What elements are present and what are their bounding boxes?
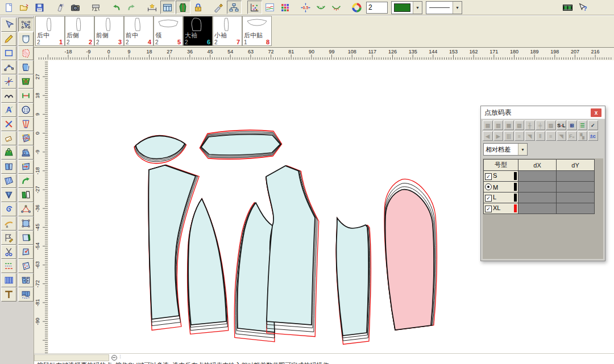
color-wheel-button[interactable] xyxy=(350,1,364,14)
auto-grade-button[interactable]: ±c xyxy=(588,131,598,141)
curve-grading-button[interactable] xyxy=(263,1,277,14)
intersect-point-tool-button[interactable] xyxy=(1,74,16,89)
apply-check-button[interactable]: ✓ xyxy=(588,120,598,130)
new-file-button[interactable] xyxy=(2,1,16,14)
plotter-output-button[interactable] xyxy=(89,1,103,14)
piece-mode-button[interactable] xyxy=(176,1,190,14)
big-sleeve-piece[interactable] xyxy=(384,179,437,330)
dart-tool-button[interactable] xyxy=(1,145,16,160)
frill-tool-button[interactable] xyxy=(18,287,34,302)
stitch-lines-tool-button[interactable] xyxy=(1,259,16,273)
close-icon[interactable]: x xyxy=(591,108,601,117)
grade-colors-button[interactable] xyxy=(278,1,293,14)
pin-frame-tool-button[interactable] xyxy=(18,202,34,216)
checkbox-checked-icon[interactable]: ✓ xyxy=(485,206,492,212)
dx-cell[interactable] xyxy=(518,193,557,203)
piece-thumbnail-3[interactable]: 前侧23 xyxy=(94,16,124,46)
clean-brush-button[interactable] xyxy=(211,1,226,14)
double-arc-tool-button[interactable] xyxy=(1,89,16,103)
dropdown-arrow-icon[interactable]: ▼ xyxy=(518,144,527,155)
measure-line-button[interactable] xyxy=(145,1,160,14)
curve-adjust-tool-button[interactable]: ± xyxy=(1,216,16,231)
panel-split-tool-button[interactable] xyxy=(1,160,16,174)
chevron-down-icon[interactable]: ▼ xyxy=(413,2,422,14)
equal-steps-button[interactable]: ||| xyxy=(504,131,514,141)
piece-pair-tool-button[interactable] xyxy=(18,188,34,202)
front-center-piece[interactable] xyxy=(266,166,319,337)
align-points-button[interactable]: ╫ xyxy=(525,120,535,130)
piece-thumbnail-8[interactable]: 后中贴18 xyxy=(242,16,272,46)
stripe-hatch-tool-button[interactable] xyxy=(1,174,16,188)
cross-cut-tool-button[interactable] xyxy=(1,117,16,131)
dy-cell[interactable] xyxy=(557,182,595,193)
even-spacing-button[interactable]: ╪ xyxy=(536,120,546,130)
t-ruler-tool-button[interactable] xyxy=(1,287,16,302)
grading-net-tool-button[interactable] xyxy=(18,131,34,145)
dy-cell[interactable] xyxy=(557,193,595,203)
move-arrow-tool-button[interactable] xyxy=(18,174,34,188)
step-move-button[interactable]: 0.5 xyxy=(298,1,313,14)
context-help-button[interactable]: ? xyxy=(576,1,591,14)
red-dot-mark-tool-button[interactable] xyxy=(18,259,34,273)
panel-piece-tool-button[interactable] xyxy=(18,60,34,74)
paste-grade-button[interactable]: ▥ xyxy=(493,120,504,130)
piece-thumbnail-7[interactable]: 小袖27 xyxy=(213,16,242,46)
grading-list-button[interactable]: ☰ xyxy=(578,120,588,130)
flag-annotate-tool-button[interactable] xyxy=(1,231,16,245)
notch-arrow-tool-button[interactable] xyxy=(18,160,34,174)
pair-lines-button[interactable]: ‖ xyxy=(536,131,546,141)
text-label-tool-button[interactable]: A xyxy=(1,103,16,117)
notch-curve-up-button[interactable] xyxy=(329,1,344,14)
line-style-select[interactable]: ▼ xyxy=(426,1,462,14)
button-mark-tool-button[interactable] xyxy=(18,103,34,117)
back-center-facing-piece[interactable] xyxy=(134,136,186,164)
size-cell[interactable]: ✓L xyxy=(484,193,518,203)
piece-thumbnail-4[interactable]: 前中24 xyxy=(124,16,154,46)
size-cell[interactable]: ✓S xyxy=(484,171,518,182)
dy-cell[interactable] xyxy=(557,203,595,214)
small-sleeve-piece[interactable] xyxy=(336,218,371,345)
snapshot-button[interactable] xyxy=(68,1,83,14)
copy-grade-button[interactable]: ▤ xyxy=(483,120,493,130)
back-side-piece[interactable] xyxy=(188,199,229,334)
chevron-down-icon[interactable]: ▼ xyxy=(453,2,462,14)
fill-block-button[interactable]: ▚ xyxy=(578,131,588,141)
checkbox-checked-icon[interactable]: ✓ xyxy=(485,195,492,202)
save-file-button[interactable] xyxy=(32,1,47,14)
grading-table-button[interactable]: ⊞ xyxy=(567,120,577,130)
window-view-button[interactable] xyxy=(160,1,175,14)
pleat-lines-tool-button[interactable] xyxy=(18,117,34,131)
animation-strip-button[interactable] xyxy=(561,1,575,14)
piece-select-tool-button[interactable] xyxy=(18,18,34,32)
piece-pin-tool-button[interactable] xyxy=(18,245,34,259)
width-measure-tool-button[interactable] xyxy=(18,89,34,103)
dialog-titlebar[interactable]: 点放码表 x xyxy=(481,106,605,119)
swap-xy-button[interactable]: ▨ xyxy=(546,120,556,130)
undo-button[interactable] xyxy=(109,1,124,14)
lock-pattern-button[interactable] xyxy=(191,1,206,14)
redo-button[interactable] xyxy=(125,1,139,14)
rounded-frame-tool-button[interactable] xyxy=(18,216,34,231)
piece-thumbnail-1[interactable]: 后中21 xyxy=(35,16,65,46)
pocket-tool-button[interactable] xyxy=(18,32,34,46)
arc-curve-tool-button[interactable] xyxy=(1,60,16,74)
pleat-fan-tool-button[interactable] xyxy=(1,188,16,202)
collar-piece[interactable] xyxy=(200,130,281,159)
checkbox-checked-icon[interactable]: ✓ xyxy=(485,173,492,180)
structure-lines-button[interactable] xyxy=(227,1,242,14)
sewing-machine-tool-button[interactable] xyxy=(18,145,34,160)
radio-selected-icon[interactable] xyxy=(485,183,492,190)
ramp-x-button[interactable]: ◥ xyxy=(525,131,535,141)
dy-cell[interactable] xyxy=(557,171,595,182)
next-size-button[interactable]: ▶ xyxy=(493,131,504,141)
ramp-y-button[interactable]: ◥ xyxy=(557,131,567,141)
spiral-tool-button[interactable] xyxy=(1,202,16,216)
line-color-select[interactable]: ▼ xyxy=(391,1,422,14)
size-range-button[interactable]: S-L xyxy=(557,120,567,130)
prev-size-button[interactable]: ◀ xyxy=(483,131,493,141)
f-zero-button[interactable]: F₀ xyxy=(567,131,577,141)
equal-rows-button[interactable]: ≡ xyxy=(515,131,525,141)
copy-y-button[interactable]: ▧ xyxy=(515,120,525,130)
paired-dots-tool-button[interactable] xyxy=(18,273,34,287)
corner-panel-tool-button[interactable] xyxy=(18,231,34,245)
